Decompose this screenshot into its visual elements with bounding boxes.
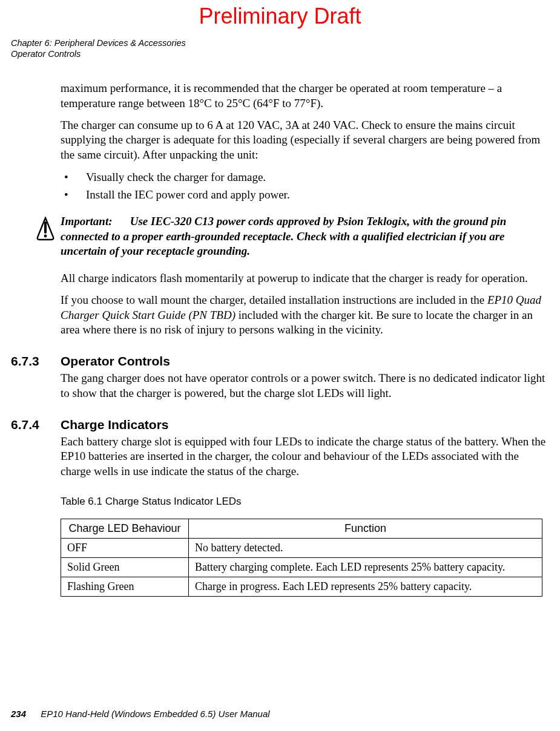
section-heading: 6.7.4 Charge Indicators <box>11 418 549 432</box>
table-cell: Solid Green <box>61 557 189 577</box>
table-header-row: Charge LED Behaviour Function <box>61 519 542 538</box>
paragraph: All charge indicators flash momentarily … <box>61 271 549 286</box>
header-chapter: Chapter 6: Peripheral Devices & Accessor… <box>11 38 560 48</box>
svg-point-1 <box>44 235 47 238</box>
table-cell: Flashing Green <box>61 577 189 596</box>
footer-manual-title: EP10 Hand-Held (Windows Embedded 6.5) Us… <box>41 709 269 719</box>
list-item-text: Visually check the charger for damage. <box>86 169 266 186</box>
section-title: Charge Indicators <box>61 418 169 432</box>
section-title: Operator Controls <box>61 354 170 369</box>
paragraph: Each battery charge slot is equipped wit… <box>61 434 549 479</box>
page-header: Chapter 6: Peripheral Devices & Accessor… <box>11 38 560 59</box>
bullet-icon: • <box>61 169 86 186</box>
table-row: OFF No battery detected. <box>61 538 542 557</box>
page-footer: 234 EP10 Hand-Held (Windows Embedded 6.5… <box>11 709 270 719</box>
paragraph: The gang charger does not have operator … <box>61 371 549 401</box>
page-content: maximum performance, it is recommended t… <box>61 81 549 597</box>
table-cell: Battery charging complete. Each LED repr… <box>189 557 542 577</box>
list-item: • Install the IEC power cord and apply p… <box>61 187 549 203</box>
section-number: 6.7.4 <box>11 418 61 432</box>
paragraph-text: If you choose to wall mount the charger,… <box>61 293 487 306</box>
paragraph: The charger can consume up to 6 A at 120… <box>61 118 549 162</box>
table-cell: Charge in progress. Each LED represents … <box>189 577 542 596</box>
paragraph: If you choose to wall mount the charger,… <box>61 293 549 337</box>
page-number: 234 <box>11 709 26 719</box>
list-item-text: Install the IEC power cord and apply pow… <box>86 187 290 203</box>
bullet-list: • Visually check the charger for damage.… <box>61 169 549 203</box>
important-label: Important: <box>61 214 127 229</box>
table-row: Flashing Green Charge in progress. Each … <box>61 577 542 596</box>
page: Preliminary Draft Chapter 6: Peripheral … <box>0 4 560 731</box>
table-cell: OFF <box>61 538 189 557</box>
table-caption: Table 6.1 Charge Status Indicator LEDs <box>61 496 549 508</box>
led-status-table: Charge LED Behaviour Function OFF No bat… <box>61 519 542 597</box>
warning-icon <box>36 217 54 243</box>
draft-watermark: Preliminary Draft <box>0 4 560 29</box>
table-header-cell: Charge LED Behaviour <box>61 519 189 538</box>
table-cell: No battery detected. <box>189 538 542 557</box>
important-body-inline: Use IEC-320 C13 power cords approved by … <box>61 215 506 257</box>
section-number: 6.7.3 <box>11 354 61 369</box>
table-header-cell: Function <box>189 519 542 538</box>
bullet-icon: • <box>61 187 86 203</box>
table-row: Solid Green Battery charging complete. E… <box>61 557 542 577</box>
list-item: • Visually check the charger for damage. <box>61 169 549 186</box>
important-text-block: Important: Use IEC-320 C13 power cords a… <box>61 214 549 259</box>
paragraph: maximum performance, it is recommended t… <box>61 81 549 111</box>
section-heading: 6.7.3 Operator Controls <box>11 354 549 369</box>
header-section: Operator Controls <box>11 48 560 59</box>
important-callout: Important: Use IEC-320 C13 power cords a… <box>36 214 549 259</box>
